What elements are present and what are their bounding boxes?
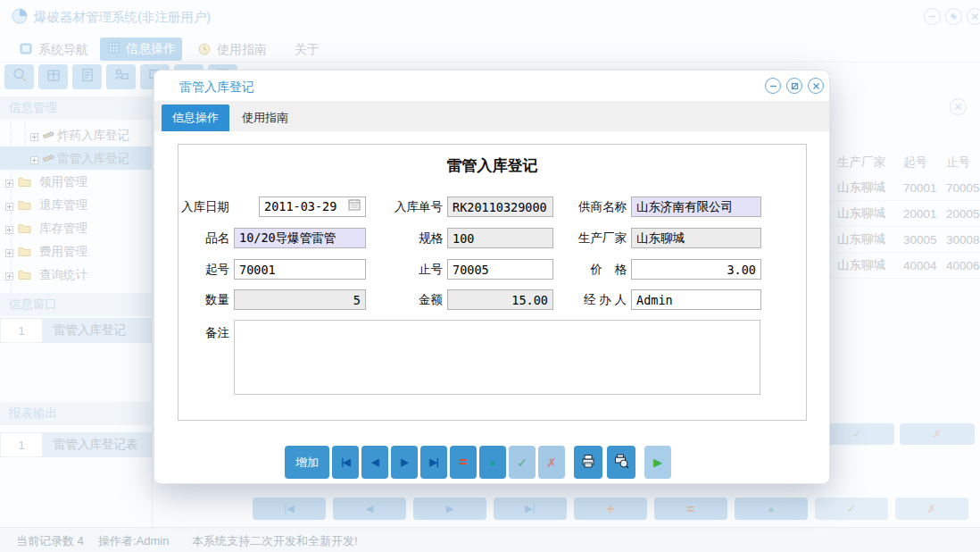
expander-plus-icon[interactable]: [5, 200, 13, 213]
sidebar: 信息管理 炸药入库登记 雷管入库登记 领用管理 退库管理 库存管理: [0, 89, 153, 527]
toolbar-user-pc-button[interactable]: [106, 64, 136, 89]
remarks-field[interactable]: [234, 320, 760, 395]
bg-add-button[interactable]: +: [574, 498, 647, 520]
detonator-entry-dialog: 雷管入库登记 信息操作 使用指南 雷管入库登记 入库日期 2011-03-29 …: [154, 70, 830, 484]
grid-row[interactable]: 山东聊城 40004 40006: [830, 253, 980, 279]
bg-confirm-button[interactable]: ✓: [819, 423, 894, 445]
bg-nav-first-button[interactable]: |◀: [253, 498, 326, 520]
bg-cancel2-button[interactable]: ✗: [895, 498, 968, 520]
grid-row[interactable]: 山东聊城 70001 70005: [830, 175, 980, 201]
tree-item-requisition-mgmt[interactable]: 领用管理: [0, 170, 152, 193]
date-field[interactable]: 2011-03-29: [259, 197, 366, 217]
edit-button[interactable]: ▲: [479, 446, 506, 479]
expander-plus-icon[interactable]: [30, 130, 38, 144]
product-field[interactable]: [234, 228, 366, 248]
menu-item-system-nav[interactable]: 系统导航: [20, 39, 88, 61]
expander-plus-icon[interactable]: [5, 270, 13, 283]
dialog-tab-strip: 信息操作 使用指南: [154, 101, 829, 131]
grid-row[interactable]: 山东聊城 20001 20005: [830, 201, 980, 227]
folder-icon: [18, 222, 31, 236]
window-maximize-button[interactable]: [945, 8, 962, 25]
nav-first-button[interactable]: |◀: [332, 446, 359, 479]
document-icon: [79, 67, 96, 87]
confirm-button[interactable]: ✓: [509, 446, 536, 479]
inner-window-close-button[interactable]: [950, 98, 967, 115]
window-close-button[interactable]: [967, 8, 980, 25]
supplier-label: 供商名称: [562, 197, 627, 217]
detonator-icon: [43, 152, 55, 167]
grid-row[interactable]: 山东聊城 30005 30008: [830, 227, 980, 253]
toolbar-document-button[interactable]: [72, 64, 102, 89]
bg-nav-prev-button[interactable]: ◀: [333, 498, 406, 520]
dialog-title: 雷管入库登记: [179, 79, 254, 96]
app-icon: [12, 8, 28, 28]
supplier-field[interactable]: [631, 197, 761, 217]
price-field[interactable]: [631, 259, 761, 280]
expander-plus-icon[interactable]: [5, 177, 13, 190]
print-button[interactable]: [574, 446, 602, 479]
operator-field[interactable]: [631, 289, 761, 310]
tree-item-return-mgmt[interactable]: 退库管理: [0, 193, 152, 216]
dialog-close-button[interactable]: [808, 78, 824, 94]
info-window-row-label: 雷管入库登记: [43, 318, 152, 343]
user-pc-icon: [113, 67, 129, 87]
expander-plus-icon[interactable]: [30, 154, 38, 167]
menu-item-about[interactable]: 关于: [295, 39, 320, 61]
app-title: 爆破器材管理系统(非注册用户): [34, 9, 211, 26]
report-row-num: 1: [0, 432, 43, 457]
expander-plus-icon[interactable]: [5, 223, 13, 237]
menu-item-guide[interactable]: 使用指南: [198, 39, 267, 61]
order-no-field[interactable]: [447, 197, 553, 217]
tree-item-detonator-entry[interactable]: 雷管入库登记: [0, 146, 152, 170]
cancel-button[interactable]: ✗: [538, 446, 565, 479]
grid-header-row: 生产厂家 起号 止号: [830, 150, 980, 175]
bg-edit-button[interactable]: ▲: [735, 498, 808, 520]
tab-guide[interactable]: 使用指南: [233, 105, 297, 131]
dialog-minimize-button[interactable]: [765, 78, 781, 94]
product-label: 品名: [179, 228, 229, 248]
tab-info-operation[interactable]: 信息操作: [162, 105, 229, 131]
tree-item-inventory-mgmt[interactable]: 库存管理: [0, 216, 152, 239]
bg-nav-last-button[interactable]: ▶|: [494, 498, 567, 520]
expander-plus-icon[interactable]: [5, 247, 13, 260]
delete-button[interactable]: =: [450, 446, 477, 479]
sidebar-section-report-output[interactable]: 报表输出: [0, 402, 152, 425]
end-no-field[interactable]: [447, 259, 553, 280]
add-button[interactable]: 增加: [285, 446, 329, 479]
dialog-restore-button[interactable]: [786, 78, 802, 94]
toolbar-search-button[interactable]: [4, 64, 34, 89]
tree-item-query-stats[interactable]: 查询统计: [0, 263, 152, 286]
background-data-grid: 生产厂家 起号 止号 山东聊城 70001 70005 山东聊城 20001 2…: [830, 150, 980, 279]
run-button[interactable]: ▶: [644, 446, 671, 479]
quantity-field[interactable]: [234, 289, 366, 310]
amount-field[interactable]: [447, 289, 553, 310]
nav-prev-button[interactable]: ◀: [361, 446, 388, 479]
bg-cancel-button[interactable]: ✗: [900, 423, 975, 445]
calendar-icon[interactable]: [348, 197, 361, 216]
nav-next-button[interactable]: ▶: [391, 446, 418, 479]
printer-icon: [580, 453, 596, 472]
bg-post-button[interactable]: ✓: [815, 498, 888, 520]
menu-item-info-operation[interactable]: 信息操作: [100, 38, 182, 61]
bg-nav-next-button[interactable]: ▶: [413, 498, 486, 520]
report-row-label: 雷管入库登记表: [43, 432, 152, 457]
system-nav-icon: [20, 43, 32, 57]
window-minimize-button[interactable]: [924, 8, 941, 25]
status-bar: 当前记录数 4 操作者:Admin 本系统支持二次开发和全新开发!: [0, 527, 980, 552]
info-window-row[interactable]: 1 雷管入库登记: [0, 318, 152, 343]
info-window-row-num: 1: [0, 318, 43, 343]
toolbar-archive-button[interactable]: [38, 64, 68, 89]
report-output-row[interactable]: 1 雷管入库登记表: [0, 432, 152, 457]
sidebar-section-info-window[interactable]: 信息窗口: [0, 293, 152, 316]
start-no-label: 起号: [179, 259, 229, 280]
start-no-field[interactable]: [234, 259, 366, 280]
print-preview-button[interactable]: [607, 446, 635, 479]
spec-field[interactable]: [447, 228, 553, 248]
manufacturer-field[interactable]: [631, 228, 761, 248]
tree-item-explosive-entry[interactable]: 炸药入库登记: [0, 123, 152, 146]
tree-item-expense-mgmt[interactable]: 费用管理: [0, 239, 152, 263]
amount-label: 金额: [393, 289, 443, 310]
sidebar-section-info-mgmt[interactable]: 信息管理: [0, 96, 152, 120]
bg-delete-button[interactable]: =: [654, 498, 727, 520]
nav-last-button[interactable]: ▶|: [420, 446, 447, 479]
